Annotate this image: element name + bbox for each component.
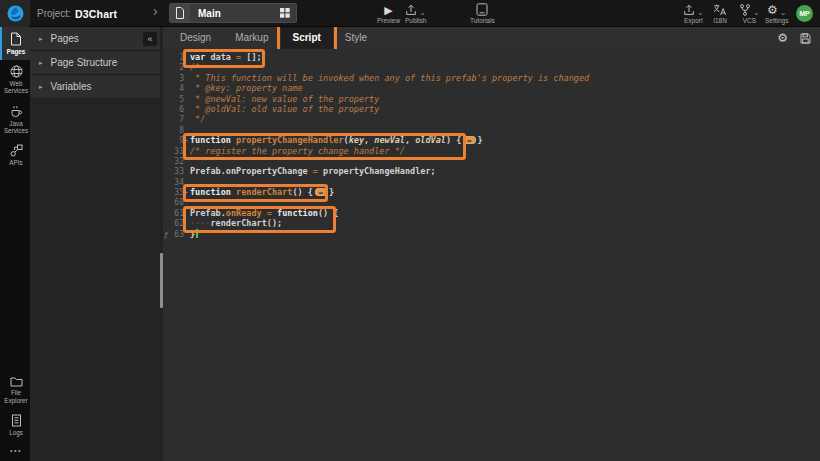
tab-script[interactable]: Script [281, 27, 333, 49]
code-line[interactable]: 60 [163, 197, 820, 207]
tutorials-icon [476, 3, 488, 16]
code-line[interactable]: 3 * This function will be invoked when a… [163, 73, 820, 83]
code-line[interactable]: 2/* [163, 62, 820, 72]
code-line[interactable]: 9▸function propertyChangeHandler(key, ne… [163, 135, 820, 145]
code-line[interactable]: 32 [163, 156, 820, 166]
accordion-pages[interactable]: ▸ Pages « [30, 27, 160, 51]
iconbar-label: Logs [9, 429, 23, 436]
gear-icon: ⚙ [767, 4, 778, 16]
code-line[interactable]: 6 * @oldVal: old value of the property [163, 104, 820, 114]
grid-view-icon[interactable] [280, 8, 290, 18]
code-token: /* register the property change handler … [190, 146, 405, 156]
code-line[interactable]: 1var data = []; [163, 52, 820, 62]
chevron-down-icon: ⌄ [697, 10, 704, 16]
tab-style[interactable]: Style [333, 27, 379, 49]
wavemaker-logo-icon [7, 5, 24, 22]
code-token: var [190, 52, 205, 62]
code-token: key [349, 135, 364, 145]
line-number: 9 [169, 136, 184, 146]
code-line[interactable]: 61Prefab.onReady = function() { [163, 208, 820, 218]
sidebar-item-java-services[interactable]: Java Services [0, 100, 30, 139]
code-line[interactable]: 33Prefab.onPropertyChange = propertyChan… [163, 166, 820, 176]
code-line[interactable]: ƒ63} [163, 229, 820, 239]
main-area: Design Markup Script Style ⚙ 1var data =… [163, 27, 820, 461]
tab-design[interactable]: Design [168, 27, 223, 49]
settings-button[interactable]: ⚙ ⌄ Settings [765, 3, 789, 24]
collapse-panel-button[interactable]: « [143, 32, 157, 46]
code-token: /* [190, 62, 200, 72]
scrollbar-thumb[interactable] [160, 253, 163, 308]
sidebar-item-logs[interactable]: Logs [0, 409, 30, 441]
code-token: , [364, 135, 374, 145]
accordion-label: Page Structure [51, 57, 118, 68]
branch-icon [739, 4, 751, 16]
code-line[interactable]: 4 * @key: property name [163, 83, 820, 93]
code-line[interactable]: 31/* register the property change handle… [163, 146, 820, 156]
publish-button[interactable]: ⌄ Publish [405, 3, 426, 24]
folded-code-badge[interactable]: ↔ [463, 136, 475, 144]
accordion-page-structure[interactable]: ▸ Page Structure [30, 51, 160, 75]
code-token: onReady [226, 208, 262, 218]
project-label: Project: [37, 8, 71, 19]
code-token: ) { [446, 135, 461, 145]
tabbar-actions: ⚙ [777, 27, 811, 49]
code-token: oldVal [415, 135, 446, 145]
code-token: Prefab. [190, 208, 226, 218]
chevron-right-icon[interactable]: › [153, 3, 158, 19]
preview-label: Preview [377, 17, 400, 24]
code-token: ···· [190, 218, 210, 228]
iconbar-label: Java Services [2, 120, 30, 134]
project-name: D3Chart [75, 8, 117, 20]
folded-code-badge[interactable]: ↔ [315, 188, 327, 196]
code-token: * @oldVal: old value of the property [190, 104, 379, 114]
chevron-down-icon: ⌄ [753, 10, 760, 16]
code-token: } [190, 229, 195, 239]
vcs-label: VCS [743, 17, 756, 24]
iconbar-label: File Explorer [2, 389, 30, 403]
coffee-cup-icon [10, 105, 23, 118]
accordion-variables[interactable]: ▸ Variables [30, 75, 160, 99]
iconbar-label: Pages [7, 48, 26, 55]
panel-scrollbar [160, 27, 163, 461]
left-icon-bar: Pages Web Services Java Services APIs Fi… [0, 27, 30, 461]
export-button[interactable]: ⌄ Export [683, 3, 704, 24]
code-token: newVal [374, 135, 405, 145]
app-logo[interactable] [0, 0, 30, 27]
code-line[interactable]: 5 * @newVal: new value of the property [163, 94, 820, 104]
code-token: data [205, 52, 236, 62]
code-editor[interactable]: 1var data = [];2/*3 * This function will… [163, 49, 820, 461]
page-tab-main[interactable]: Main [169, 3, 297, 23]
code-line[interactable]: 8 [163, 125, 820, 135]
more-options-button[interactable]: ••• [0, 441, 30, 461]
code-token: propertyChangeHandler [236, 135, 343, 145]
code-line[interactable]: 7 */ [163, 114, 820, 124]
code-token: renderChart [236, 187, 292, 197]
editor-settings-gear-icon[interactable]: ⚙ [777, 32, 788, 44]
vcs-button[interactable]: ⌄ VCS [739, 3, 760, 24]
save-icon[interactable] [800, 33, 811, 44]
sidebar-item-file-explorer[interactable]: File Explorer [0, 371, 30, 408]
code-line[interactable]: 34 [163, 177, 820, 187]
user-avatar[interactable]: MP [796, 5, 813, 22]
export-label: Export [684, 17, 703, 24]
code-token: function [277, 208, 318, 218]
tutorials-label: Tutorials [470, 17, 495, 24]
code-line[interactable]: 35▸function renderChart() {↔} [163, 187, 820, 197]
sidebar-item-web-services[interactable]: Web Services [0, 60, 30, 99]
expand-arrow-icon: ▸ [39, 35, 43, 43]
code-token: * @key: property name [190, 83, 303, 93]
i18n-button[interactable]: I18N [713, 3, 727, 24]
tutorials-button[interactable]: Tutorials [470, 3, 495, 24]
text-cursor [196, 229, 198, 238]
code-token: () { [292, 187, 312, 197]
sidebar-item-apis[interactable]: APIs [0, 139, 30, 171]
preview-button[interactable]: ▶ Preview [377, 3, 400, 24]
page-tab-label: Main [190, 8, 280, 19]
tab-markup[interactable]: Markup [223, 27, 280, 49]
sidebar-item-pages[interactable]: Pages [0, 27, 30, 60]
code-line[interactable]: 62····renderChart(); [163, 218, 820, 228]
iconbar-label: APIs [9, 159, 22, 166]
pages-panel: ▸ Pages « ▸ Page Structure ▸ Variables [30, 27, 160, 461]
code-token: []; [241, 52, 261, 62]
chevron-down-icon: ⌄ [780, 10, 787, 16]
